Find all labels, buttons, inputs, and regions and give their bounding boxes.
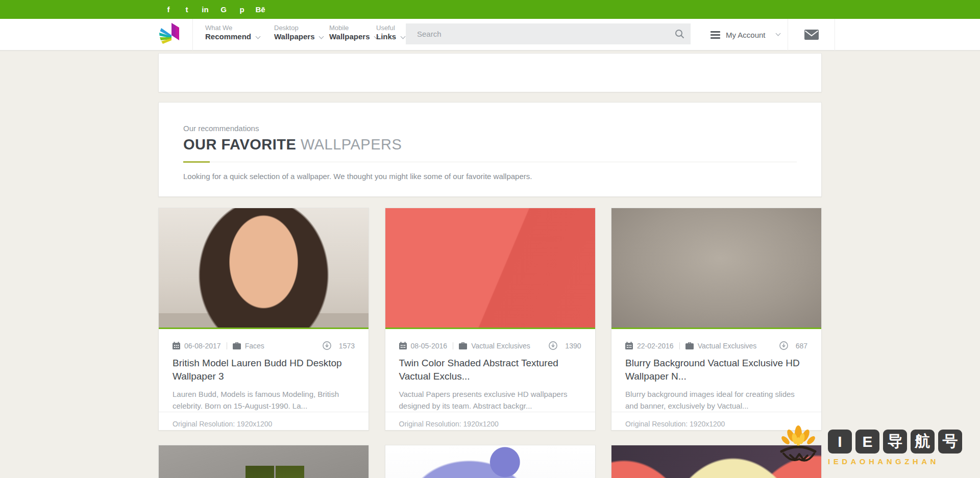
menu-icon — [710, 31, 720, 39]
wallpaper-thumbnail[interactable] — [385, 208, 595, 329]
pinterest-glyph: p — [239, 6, 244, 13]
card-description: Blurry background images ideal for creat… — [625, 388, 807, 412]
download-count: 1390 — [565, 342, 581, 350]
my-account-label: My Account — [726, 31, 766, 39]
search-box — [406, 23, 691, 44]
nav-desktop-wallpapers[interactable]: Desktop Wallpapers — [274, 24, 323, 42]
card-date: 06-08-2017 — [184, 342, 221, 350]
card-date: 22-02-2016 — [637, 342, 674, 350]
wallpaper-cards-row-1: 06-08-2017 Faces 1573 British Model Laur… — [158, 208, 822, 431]
wallpaper-card — [158, 445, 369, 478]
card-resolution: Original Resolution: 1920x1200 — [159, 412, 369, 436]
envelope-icon — [804, 30, 819, 40]
pinterest-icon[interactable]: p — [233, 0, 251, 19]
stamp-glyph: 导 — [883, 430, 907, 454]
site-header: What We Recommend Desktop Wallpapers Mob… — [0, 19, 980, 51]
chevron-down-icon — [775, 31, 780, 36]
stamp-glyph: I — [828, 430, 852, 454]
card-meta: 08-05-2016 Vactual Exclusives 1390 — [399, 341, 581, 350]
chevron-down-icon — [256, 34, 261, 39]
site-logo[interactable] — [159, 22, 183, 47]
search-input[interactable] — [406, 23, 668, 44]
social-topbar: f t in G p Bē — [0, 0, 980, 19]
wallpaper-card — [385, 445, 596, 478]
contact-mail-button[interactable] — [788, 19, 835, 51]
watermark-stamps: I E 导 航 号 — [828, 430, 962, 454]
meta-separator — [453, 342, 453, 349]
accent-divider — [183, 162, 797, 162]
nav-label-bottom: Links — [376, 32, 396, 42]
chevron-down-icon — [319, 34, 324, 39]
folder-icon — [459, 342, 467, 349]
content-column: Our recommendations OUR FAVORITE WALLPAP… — [158, 53, 822, 478]
nav-mobile-wallpapers[interactable]: Mobile Wallpapers — [329, 24, 378, 42]
nav-label-bottom: Wallpapers — [329, 32, 370, 42]
linkedin-glyph: in — [202, 6, 208, 13]
folder-icon — [233, 342, 241, 349]
meta-separator — [679, 342, 680, 349]
watermark-text-block: I E 导 航 号 IEDAOHANGZHAN — [828, 430, 962, 466]
chevron-down-icon — [401, 34, 406, 39]
header-divider — [192, 19, 193, 51]
linkedin-icon[interactable]: in — [196, 0, 214, 19]
folder-icon — [685, 342, 694, 349]
card-body: 06-08-2017 Faces 1573 British Model Laur… — [159, 329, 369, 412]
card-category[interactable]: Vactual Exclusives — [471, 342, 530, 350]
google-icon[interactable]: G — [214, 0, 233, 19]
section-eyebrow: Our recommendations — [183, 124, 797, 133]
page-title-light: WALLPAPERS — [301, 136, 402, 153]
card-body: 22-02-2016 Vactual Exclusives 687 Blurry… — [611, 329, 821, 412]
card-resolution: Original Resolution: 1920x1200 — [385, 412, 595, 436]
card-title[interactable]: Twin Color Shaded Abstract Textured Vact… — [399, 357, 581, 383]
wallpaper-thumbnail[interactable] — [159, 208, 369, 329]
wallpaper-card: 06-08-2017 Faces 1573 British Model Laur… — [158, 208, 369, 431]
search-icon — [675, 29, 684, 39]
stamp-glyph: 号 — [938, 430, 962, 454]
twitter-glyph: t — [186, 6, 188, 13]
behance-glyph: Bē — [255, 6, 265, 13]
my-account-menu[interactable]: My Account — [710, 19, 780, 51]
card-description: Lauren Budd, Models is famous Modeling, … — [173, 388, 355, 412]
page-title-strong: OUR FAVORITE — [183, 136, 296, 153]
wallpaper-thumbnail[interactable] — [611, 208, 821, 329]
card-category[interactable]: Vactual Exclusives — [698, 342, 757, 350]
facebook-glyph: f — [167, 6, 170, 13]
download-count: 1573 — [339, 342, 355, 350]
facebook-icon[interactable]: f — [159, 0, 178, 19]
nav-what-we-recommend[interactable]: What We Recommend — [205, 24, 260, 42]
stamp-glyph: 航 — [911, 430, 935, 454]
calendar-icon — [399, 342, 407, 349]
calendar-icon — [625, 342, 633, 349]
header-divider — [835, 19, 835, 51]
card-title[interactable]: British Model Lauren Budd HD Desktop Wal… — [173, 357, 355, 383]
wallpaper-card: 22-02-2016 Vactual Exclusives 687 Blurry… — [611, 208, 822, 431]
previous-section-panel — [158, 53, 822, 92]
nav-label-top: Useful — [376, 24, 405, 32]
section-description: Looking for a quick selection of a wallp… — [183, 172, 797, 181]
card-category[interactable]: Faces — [245, 342, 264, 350]
download-icon — [549, 341, 557, 350]
nav-label-top: What We — [205, 24, 260, 32]
card-title[interactable]: Blurry Background Vactual Exclusive HD W… — [625, 357, 807, 383]
recommendations-panel: Our recommendations OUR FAVORITE WALLPAP… — [158, 102, 822, 197]
watermark-subtext: IEDAOHANGZHAN — [828, 457, 962, 466]
wallpaper-thumbnail[interactable] — [385, 445, 595, 478]
wallpaper-card: 08-05-2016 Vactual Exclusives 1390 Twin … — [385, 208, 596, 431]
page-title: OUR FAVORITE WALLPAPERS — [183, 136, 797, 153]
wallpaper-cards-row-2 — [158, 445, 822, 478]
card-meta: 22-02-2016 Vactual Exclusives 687 — [625, 341, 807, 350]
download-icon — [779, 341, 788, 350]
meta-separator — [227, 342, 227, 349]
social-topbar-inner: f t in G p Bē — [158, 0, 822, 19]
google-glyph: G — [220, 6, 227, 13]
search-button[interactable] — [668, 23, 691, 44]
wallpaper-thumbnail[interactable] — [159, 445, 369, 478]
behance-icon[interactable]: Bē — [251, 0, 270, 19]
twitter-icon[interactable]: t — [178, 0, 196, 19]
nav-useful-links[interactable]: Useful Links — [376, 24, 405, 42]
card-date: 08-05-2016 — [411, 342, 448, 350]
stamp-glyph: E — [855, 430, 879, 454]
site-watermark: I E 导 航 号 IEDAOHANGZHAN — [766, 422, 970, 478]
download-count: 687 — [796, 342, 807, 350]
flame-handshake-logo-icon — [777, 423, 820, 476]
